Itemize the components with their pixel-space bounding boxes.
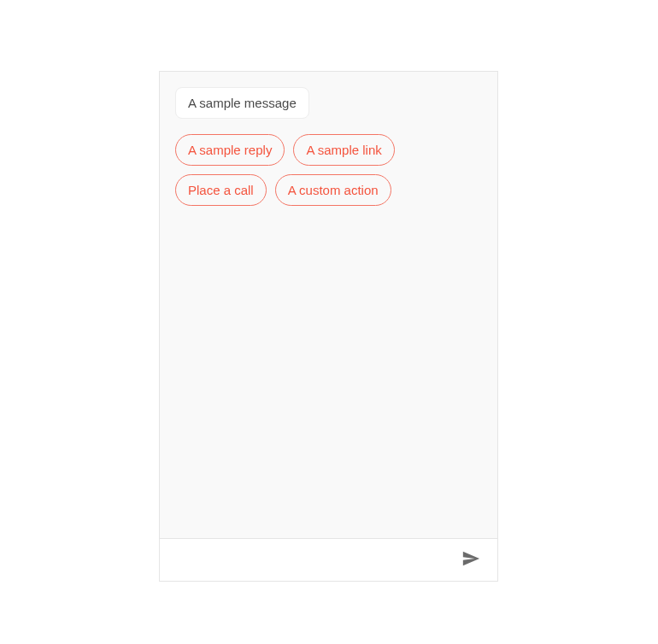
action-label: A custom action — [288, 183, 379, 197]
quick-actions-row: A sample reply A sample link Place a cal… — [175, 134, 482, 206]
action-label: Place a call — [188, 183, 254, 197]
action-sample-reply[interactable]: A sample reply — [175, 134, 285, 166]
action-sample-link[interactable]: A sample link — [293, 134, 394, 166]
send-icon — [461, 549, 480, 571]
action-label: A sample reply — [188, 143, 272, 157]
message-bubble: A sample message — [175, 87, 309, 119]
action-place-call[interactable]: Place a call — [175, 174, 267, 206]
action-custom-action[interactable]: A custom action — [275, 174, 391, 206]
input-bar — [160, 538, 497, 581]
chat-widget: A sample message A sample reply A sample… — [159, 71, 498, 582]
message-text: A sample message — [188, 96, 297, 110]
action-label: A sample link — [306, 143, 381, 157]
send-button[interactable] — [458, 546, 484, 574]
messages-area: A sample message A sample reply A sample… — [160, 72, 497, 538]
